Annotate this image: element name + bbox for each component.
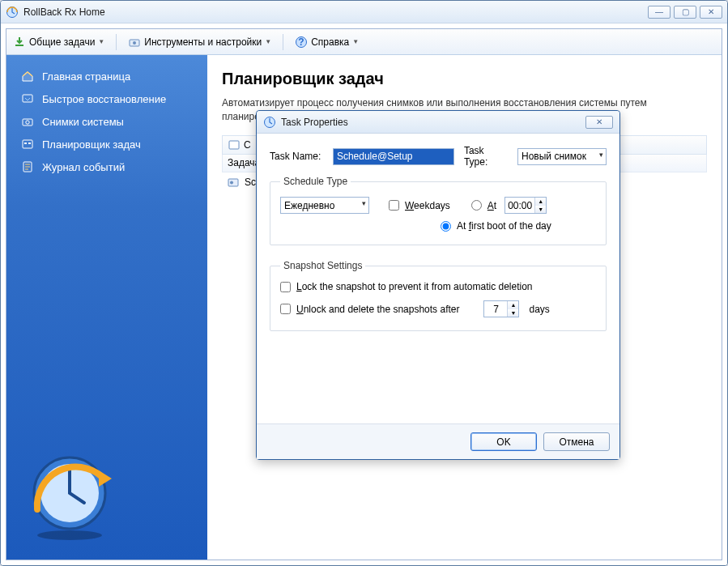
body: Главная страница Быстрое восстановление bbox=[6, 55, 722, 560]
chevron-down-icon: ▼ bbox=[352, 38, 359, 45]
app-icon bbox=[6, 6, 19, 19]
list-toolbar-hint: С bbox=[244, 139, 251, 151]
svg-point-13 bbox=[37, 530, 102, 540]
svg-point-8 bbox=[26, 121, 29, 124]
lock-snapshot-checkbox[interactable]: Lock the snapshot to prevent it from aut… bbox=[280, 281, 533, 292]
weekdays-checkbox[interactable]: Weekdays bbox=[389, 200, 450, 211]
toolbar-divider bbox=[116, 34, 117, 50]
toolbar-common-tasks[interactable]: Общие задачи ▼ bbox=[13, 36, 104, 49]
first-boot-radio-input[interactable] bbox=[441, 221, 451, 232]
unlock-delete-checkbox[interactable]: Unlock and delete the snapshots after bbox=[280, 304, 459, 315]
snapshot-settings-legend: Snapshot Settings bbox=[280, 260, 365, 271]
app-window: RollBack Rx Home — ▢ ✕ Общие задачи ▼ bbox=[0, 0, 728, 566]
toolbar-tools[interactable]: Инструменты и настройки ▼ bbox=[128, 36, 271, 49]
restore-icon bbox=[21, 92, 34, 105]
log-icon bbox=[21, 160, 34, 173]
schedule-type-group: Schedule Type Ежедневно bbox=[270, 176, 607, 245]
snapshot-settings-group: Snapshot Settings Lock the snapshot to p… bbox=[270, 260, 607, 331]
main-panel: Планировщик задач Автоматизирует процесс… bbox=[207, 55, 722, 560]
schedule-icon bbox=[21, 138, 34, 151]
sidebar-logo bbox=[6, 440, 207, 550]
minimize-button[interactable]: — bbox=[648, 6, 671, 19]
svg-point-19 bbox=[230, 181, 233, 184]
task-type-select[interactable]: Новый снимок bbox=[517, 148, 607, 165]
ok-button[interactable]: OK bbox=[470, 432, 537, 451]
dialog-title: Task Properties bbox=[281, 117, 585, 128]
days-input[interactable] bbox=[484, 301, 507, 317]
svg-rect-7 bbox=[23, 119, 32, 126]
new-task-icon[interactable] bbox=[228, 138, 241, 151]
task-name-label: Task Name: bbox=[270, 151, 328, 162]
cancel-button[interactable]: Отмена bbox=[543, 432, 610, 451]
camera-icon bbox=[21, 115, 34, 128]
time-spinner[interactable]: ▲ ▼ bbox=[504, 197, 547, 214]
lock-snapshot-checkbox-input[interactable] bbox=[280, 282, 291, 292]
sidebar-item-home[interactable]: Главная страница bbox=[6, 65, 207, 87]
spin-down[interactable]: ▼ bbox=[507, 309, 518, 317]
titlebar: RollBack Rx Home — ▢ ✕ bbox=[1, 1, 727, 23]
sidebar-label: Снимки системы bbox=[42, 116, 124, 128]
dialog-body: Task Name: Task Type: Новый снимок bbox=[257, 134, 619, 423]
sidebar-label: Быстрое восстановление bbox=[42, 93, 166, 105]
sidebar: Главная страница Быстрое восстановление bbox=[6, 55, 207, 560]
dialog-footer: OK Отмена bbox=[257, 423, 619, 459]
chevron-down-icon: ▼ bbox=[98, 38, 104, 45]
toolbar-divider bbox=[283, 34, 283, 50]
task-icon bbox=[227, 176, 240, 189]
toolbar-tools-label: Инструменты и настройки bbox=[144, 36, 262, 48]
svg-rect-17 bbox=[229, 141, 239, 149]
schedule-type-legend: Schedule Type bbox=[280, 176, 351, 187]
first-boot-radio[interactable]: At first boot of the day bbox=[441, 220, 551, 232]
sidebar-item-log[interactable]: Журнал событий bbox=[6, 155, 207, 178]
toolbar-common-label: Общие задачи bbox=[29, 36, 95, 48]
task-type-label: Task Type: bbox=[464, 145, 508, 168]
inner-window: Общие задачи ▼ Инструменты и настройки ▼… bbox=[6, 28, 722, 560]
dialog-icon bbox=[263, 116, 276, 129]
unlock-delete-checkbox-input[interactable] bbox=[280, 304, 291, 314]
sidebar-label: Журнал событий bbox=[42, 161, 125, 173]
svg-rect-9 bbox=[23, 140, 32, 148]
help-icon: ? bbox=[295, 36, 308, 49]
svg-rect-1 bbox=[15, 45, 23, 46]
dialog-titlebar: Task Properties ✕ bbox=[257, 111, 619, 134]
spin-up[interactable]: ▲ bbox=[534, 198, 546, 206]
sidebar-label: Планировщик задач bbox=[42, 138, 141, 151]
window-controls: — ▢ ✕ bbox=[648, 6, 722, 19]
task-name-input[interactable] bbox=[333, 148, 454, 165]
toolbar: Общие задачи ▼ Инструменты и настройки ▼… bbox=[6, 29, 722, 55]
close-button[interactable]: ✕ bbox=[700, 6, 722, 19]
weekdays-checkbox-input[interactable] bbox=[389, 200, 399, 211]
home-icon bbox=[21, 70, 34, 83]
svg-rect-10 bbox=[24, 143, 27, 144]
sidebar-item-scheduler[interactable]: Планировщик задач bbox=[6, 133, 207, 155]
sidebar-item-snapshots[interactable]: Снимки системы bbox=[6, 110, 207, 133]
at-radio-input[interactable] bbox=[471, 200, 482, 211]
toolbar-help-label: Справка bbox=[311, 36, 349, 48]
svg-point-3 bbox=[133, 41, 136, 45]
sidebar-label: Главная страница bbox=[42, 70, 130, 83]
spin-down[interactable]: ▼ bbox=[534, 206, 546, 214]
app-title: RollBack Rx Home bbox=[23, 6, 648, 18]
spin-up[interactable]: ▲ bbox=[507, 301, 518, 309]
page-title: Планировщик задач bbox=[222, 70, 707, 88]
clock-logo-icon bbox=[21, 446, 118, 543]
download-icon bbox=[13, 36, 26, 49]
days-spinner[interactable]: ▲ ▼ bbox=[483, 300, 519, 317]
chevron-down-icon: ▼ bbox=[265, 38, 271, 45]
outer-content: Общие задачи ▼ Инструменты и настройки ▼… bbox=[1, 23, 727, 565]
svg-rect-11 bbox=[28, 143, 31, 144]
at-radio[interactable]: At bbox=[471, 200, 496, 211]
time-input[interactable] bbox=[505, 198, 534, 213]
sidebar-item-restore[interactable]: Быстрое восстановление bbox=[6, 87, 207, 110]
days-suffix: days bbox=[529, 304, 549, 315]
task-properties-dialog: Task Properties ✕ Task Name: Task Type: bbox=[256, 110, 620, 460]
toolbar-help[interactable]: ? Справка ▼ bbox=[295, 36, 359, 49]
weekdays-label: eekdays bbox=[414, 200, 450, 211]
maximize-button[interactable]: ▢ bbox=[674, 6, 696, 19]
tools-icon bbox=[128, 36, 141, 49]
dialog-close-button[interactable]: ✕ bbox=[585, 116, 613, 129]
svg-text:?: ? bbox=[299, 36, 304, 47]
frequency-select[interactable]: Ежедневно bbox=[280, 197, 369, 214]
